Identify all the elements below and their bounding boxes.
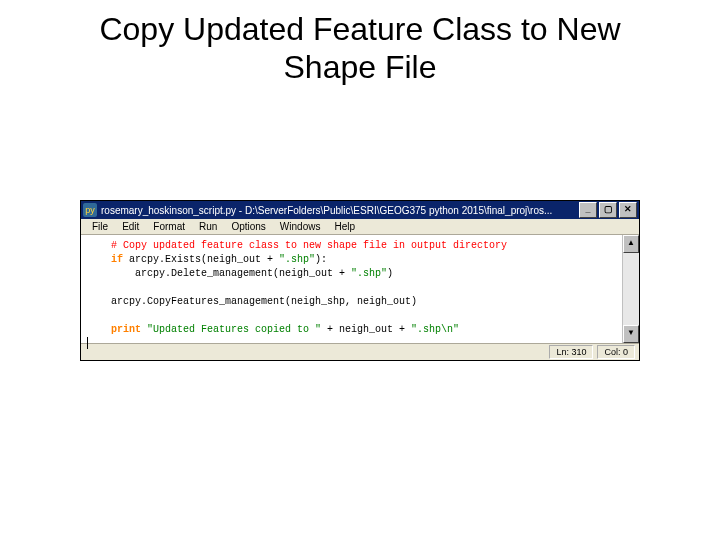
code-string: ".shp" (351, 268, 387, 279)
code-string: "Updated Features copied to " (141, 324, 321, 335)
kw-print: print (111, 324, 141, 335)
code-string: ".shp\n" (411, 324, 459, 335)
code-editor[interactable]: # Copy updated feature class to new shap… (81, 235, 622, 343)
menu-options[interactable]: Options (224, 220, 272, 233)
status-col: Col: 0 (597, 345, 635, 359)
idle-window: py rosemary_hoskinson_script.py - D:\Ser… (80, 200, 640, 361)
code-text: arcpy.CopyFeatures_management(neigh_shp,… (111, 296, 417, 307)
text-cursor (87, 337, 88, 349)
code-text: arcpy.Delete_management(neigh_out + (111, 268, 351, 279)
menu-file[interactable]: File (85, 220, 115, 233)
minimize-button[interactable]: _ (579, 202, 597, 218)
code-text: + neigh_out + (321, 324, 411, 335)
code-text: ) (387, 268, 393, 279)
code-text: arcpy.Exists(neigh_out + (123, 254, 279, 265)
menu-help[interactable]: Help (327, 220, 362, 233)
code-string: ".shp" (279, 254, 315, 265)
menu-run[interactable]: Run (192, 220, 224, 233)
vertical-scrollbar[interactable]: ▲ ▼ (622, 235, 639, 343)
menu-windows[interactable]: Windows (273, 220, 328, 233)
menu-format[interactable]: Format (146, 220, 192, 233)
maximize-button[interactable]: ▢ (599, 202, 617, 218)
close-button[interactable]: ✕ (619, 202, 637, 218)
editor-wrap: # Copy updated feature class to new shap… (81, 235, 639, 343)
scroll-up-button[interactable]: ▲ (623, 235, 639, 253)
menu-edit[interactable]: Edit (115, 220, 146, 233)
slide-title: Copy Updated Feature Class to New Shape … (0, 0, 720, 87)
status-lncol: Ln: 310 (549, 345, 593, 359)
statusbar: Ln: 310 Col: 0 (81, 343, 639, 360)
window-title: rosemary_hoskinson_script.py - D:\Server… (101, 205, 577, 216)
code-text: ): (315, 254, 327, 265)
python-icon: py (83, 203, 97, 217)
menubar: File Edit Format Run Options Windows Hel… (81, 219, 639, 235)
window-controls: _ ▢ ✕ (577, 202, 637, 218)
titlebar[interactable]: py rosemary_hoskinson_script.py - D:\Ser… (81, 201, 639, 219)
code-comment: # Copy updated feature class to new shap… (111, 240, 507, 251)
kw-if: if (111, 254, 123, 265)
scroll-down-button[interactable]: ▼ (623, 325, 639, 343)
